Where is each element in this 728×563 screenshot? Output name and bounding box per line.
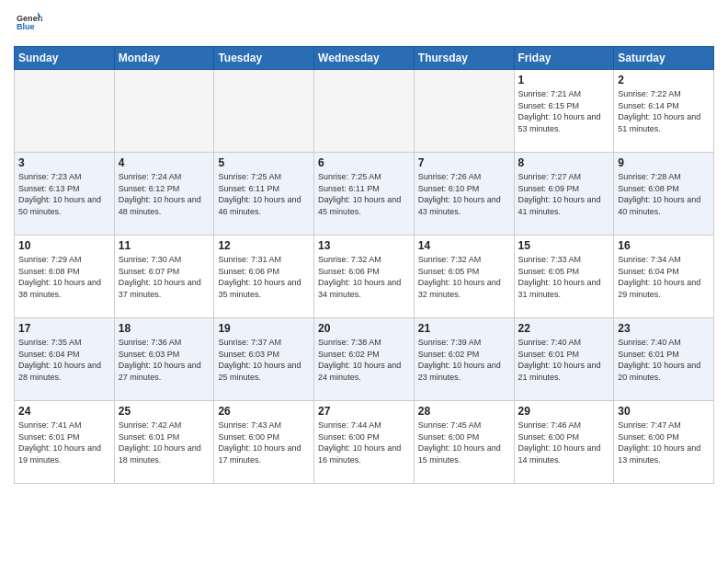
day-info: Sunrise: 7:32 AMSunset: 6:05 PMDaylight:…	[418, 254, 510, 300]
day-number: 17	[18, 322, 110, 335]
day-number: 16	[618, 239, 710, 252]
calendar-cell: 26Sunrise: 7:43 AMSunset: 6:00 PMDayligh…	[214, 401, 314, 484]
calendar-cell: 20Sunrise: 7:38 AMSunset: 6:02 PMDayligh…	[314, 318, 415, 401]
calendar-cell: 4Sunrise: 7:24 AMSunset: 6:12 PMDaylight…	[114, 153, 214, 236]
day-info: Sunrise: 7:25 AMSunset: 6:11 PMDaylight:…	[218, 171, 310, 217]
day-number: 28	[418, 405, 510, 418]
svg-text:Blue: Blue	[17, 22, 35, 31]
day-info: Sunrise: 7:43 AMSunset: 6:00 PMDaylight:…	[218, 419, 310, 465]
day-info: Sunrise: 7:40 AMSunset: 6:01 PMDaylight:…	[518, 337, 610, 383]
day-number: 14	[418, 239, 510, 252]
calendar-cell: 19Sunrise: 7:37 AMSunset: 6:03 PMDayligh…	[214, 318, 314, 401]
day-number: 26	[218, 405, 310, 418]
calendar-cell: 10Sunrise: 7:29 AMSunset: 6:08 PMDayligh…	[15, 236, 115, 318]
calendar-cell: 5Sunrise: 7:25 AMSunset: 6:11 PMDaylight…	[214, 153, 314, 236]
day-number: 24	[18, 405, 110, 418]
page: General Blue SundayMondayTuesdayWednesda…	[0, 0, 728, 493]
day-info: Sunrise: 7:27 AMSunset: 6:09 PMDaylight:…	[518, 171, 610, 217]
day-number: 22	[518, 322, 610, 335]
day-number: 27	[318, 405, 410, 418]
day-info: Sunrise: 7:45 AMSunset: 6:00 PMDaylight:…	[418, 419, 510, 465]
day-info: Sunrise: 7:37 AMSunset: 6:03 PMDaylight:…	[218, 337, 310, 383]
day-number: 6	[318, 156, 410, 169]
day-info: Sunrise: 7:42 AMSunset: 6:01 PMDaylight:…	[119, 419, 210, 465]
week-row: 17Sunrise: 7:35 AMSunset: 6:04 PMDayligh…	[15, 318, 714, 401]
week-row: 3Sunrise: 7:23 AMSunset: 6:13 PMDaylight…	[15, 153, 714, 236]
day-info: Sunrise: 7:33 AMSunset: 6:05 PMDaylight:…	[518, 254, 610, 300]
calendar-cell: 9Sunrise: 7:28 AMSunset: 6:08 PMDaylight…	[614, 153, 714, 236]
calendar-cell	[214, 70, 314, 153]
calendar: SundayMondayTuesdayWednesdayThursdayFrid…	[14, 46, 714, 484]
day-info: Sunrise: 7:46 AMSunset: 6:00 PMDaylight:…	[518, 419, 610, 465]
weekday-header: Tuesday	[214, 47, 314, 70]
day-info: Sunrise: 7:34 AMSunset: 6:04 PMDaylight:…	[618, 254, 710, 300]
day-info: Sunrise: 7:47 AMSunset: 6:00 PMDaylight:…	[618, 419, 710, 465]
day-info: Sunrise: 7:28 AMSunset: 6:08 PMDaylight:…	[618, 171, 710, 217]
calendar-cell: 1Sunrise: 7:21 AMSunset: 6:15 PMDaylight…	[514, 70, 614, 153]
calendar-cell	[314, 70, 415, 153]
calendar-cell: 7Sunrise: 7:26 AMSunset: 6:10 PMDaylight…	[414, 153, 514, 236]
weekday-header: Sunday	[15, 47, 115, 70]
day-number: 4	[119, 156, 210, 169]
day-number: 11	[119, 239, 210, 252]
day-number: 9	[618, 156, 710, 169]
day-number: 29	[518, 405, 610, 418]
calendar-cell: 2Sunrise: 7:22 AMSunset: 6:14 PMDaylight…	[614, 70, 714, 153]
day-info: Sunrise: 7:44 AMSunset: 6:00 PMDaylight:…	[318, 419, 410, 465]
day-info: Sunrise: 7:40 AMSunset: 6:01 PMDaylight:…	[618, 337, 710, 383]
calendar-cell: 22Sunrise: 7:40 AMSunset: 6:01 PMDayligh…	[514, 318, 614, 401]
calendar-cell: 12Sunrise: 7:31 AMSunset: 6:06 PMDayligh…	[214, 236, 314, 318]
day-info: Sunrise: 7:38 AMSunset: 6:02 PMDaylight:…	[318, 337, 410, 383]
day-number: 3	[18, 156, 110, 169]
logo-icon: General Blue	[17, 9, 42, 35]
day-number: 7	[418, 156, 510, 169]
day-number: 13	[318, 239, 410, 252]
header: General Blue	[14, 9, 714, 39]
day-number: 18	[119, 322, 210, 335]
calendar-cell: 25Sunrise: 7:42 AMSunset: 6:01 PMDayligh…	[114, 401, 214, 484]
week-row: 1Sunrise: 7:21 AMSunset: 6:15 PMDaylight…	[15, 70, 714, 153]
weekday-header: Friday	[514, 47, 614, 70]
logo: General Blue	[14, 9, 42, 39]
calendar-cell: 8Sunrise: 7:27 AMSunset: 6:09 PMDaylight…	[514, 153, 614, 236]
weekday-row: SundayMondayTuesdayWednesdayThursdayFrid…	[15, 47, 714, 70]
weekday-header: Thursday	[414, 47, 514, 70]
day-info: Sunrise: 7:23 AMSunset: 6:13 PMDaylight:…	[18, 171, 110, 217]
week-row: 24Sunrise: 7:41 AMSunset: 6:01 PMDayligh…	[15, 401, 714, 484]
day-number: 19	[218, 322, 310, 335]
calendar-cell: 21Sunrise: 7:39 AMSunset: 6:02 PMDayligh…	[414, 318, 514, 401]
day-number: 12	[218, 239, 310, 252]
day-info: Sunrise: 7:39 AMSunset: 6:02 PMDaylight:…	[418, 337, 510, 383]
calendar-header: SundayMondayTuesdayWednesdayThursdayFrid…	[15, 47, 714, 70]
week-row: 10Sunrise: 7:29 AMSunset: 6:08 PMDayligh…	[15, 236, 714, 318]
calendar-cell	[114, 70, 214, 153]
day-number: 5	[218, 156, 310, 169]
day-info: Sunrise: 7:31 AMSunset: 6:06 PMDaylight:…	[218, 254, 310, 300]
day-info: Sunrise: 7:36 AMSunset: 6:03 PMDaylight:…	[119, 337, 210, 383]
calendar-cell	[414, 70, 514, 153]
calendar-cell: 27Sunrise: 7:44 AMSunset: 6:00 PMDayligh…	[314, 401, 415, 484]
day-info: Sunrise: 7:25 AMSunset: 6:11 PMDaylight:…	[318, 171, 410, 217]
calendar-cell: 29Sunrise: 7:46 AMSunset: 6:00 PMDayligh…	[514, 401, 614, 484]
day-number: 20	[318, 322, 410, 335]
calendar-cell: 14Sunrise: 7:32 AMSunset: 6:05 PMDayligh…	[414, 236, 514, 318]
day-number: 25	[119, 405, 210, 418]
day-number: 30	[618, 405, 710, 418]
calendar-cell: 15Sunrise: 7:33 AMSunset: 6:05 PMDayligh…	[514, 236, 614, 318]
calendar-cell: 6Sunrise: 7:25 AMSunset: 6:11 PMDaylight…	[314, 153, 415, 236]
calendar-cell: 30Sunrise: 7:47 AMSunset: 6:00 PMDayligh…	[614, 401, 714, 484]
day-info: Sunrise: 7:35 AMSunset: 6:04 PMDaylight:…	[18, 337, 110, 383]
day-info: Sunrise: 7:26 AMSunset: 6:10 PMDaylight:…	[418, 171, 510, 217]
day-info: Sunrise: 7:29 AMSunset: 6:08 PMDaylight:…	[18, 254, 110, 300]
calendar-cell: 3Sunrise: 7:23 AMSunset: 6:13 PMDaylight…	[15, 153, 115, 236]
calendar-body: 1Sunrise: 7:21 AMSunset: 6:15 PMDaylight…	[15, 70, 714, 484]
calendar-cell	[15, 70, 115, 153]
calendar-cell: 16Sunrise: 7:34 AMSunset: 6:04 PMDayligh…	[614, 236, 714, 318]
day-info: Sunrise: 7:24 AMSunset: 6:12 PMDaylight:…	[119, 171, 210, 217]
day-info: Sunrise: 7:41 AMSunset: 6:01 PMDaylight:…	[18, 419, 110, 465]
day-number: 8	[518, 156, 610, 169]
calendar-cell: 17Sunrise: 7:35 AMSunset: 6:04 PMDayligh…	[15, 318, 115, 401]
calendar-cell: 23Sunrise: 7:40 AMSunset: 6:01 PMDayligh…	[614, 318, 714, 401]
calendar-cell: 18Sunrise: 7:36 AMSunset: 6:03 PMDayligh…	[114, 318, 214, 401]
day-number: 21	[418, 322, 510, 335]
